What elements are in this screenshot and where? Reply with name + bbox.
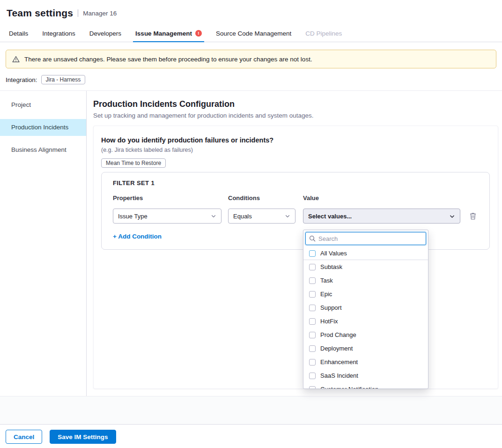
option-label: Support: [320, 304, 342, 311]
page-title: Team settings: [7, 7, 73, 19]
conditions-header: Conditions: [228, 194, 295, 202]
search-icon: [309, 235, 316, 242]
value-dropdown-menu: All Values Subtask Task Epic Support Hot…: [303, 230, 428, 389]
delete-filter-row-button[interactable]: [470, 209, 476, 221]
option-checkbox[interactable]: [309, 345, 316, 352]
add-condition-button[interactable]: + Add Condition: [113, 233, 162, 240]
tab-integrations[interactable]: Integrations: [35, 25, 82, 42]
main-panel: Production Incidents Configuration Set u…: [87, 91, 502, 396]
value-header: Value: [303, 194, 460, 202]
team-settings-page: Team settings Manager 16 Details Integra…: [0, 0, 502, 448]
tab-details[interactable]: Details: [2, 25, 35, 42]
chevron-down-icon: [285, 213, 290, 219]
option-checkbox[interactable]: [309, 359, 316, 366]
option-checkbox[interactable]: [309, 277, 316, 284]
option-label: HotFix: [320, 318, 338, 325]
option-saas-incident[interactable]: SaaS Incident: [303, 369, 428, 382]
integration-chip: Jira - Harness: [41, 75, 86, 84]
banner-text: There are unsaved changes. Please save t…: [24, 56, 312, 63]
condition-select-value: Equals: [233, 213, 252, 220]
tab-source-code-management[interactable]: Source Code Management: [209, 25, 298, 42]
settings-sidebar: Project Production Incidents Business Al…: [0, 91, 87, 396]
option-deployment[interactable]: Deployment: [303, 342, 428, 355]
option-prod-change[interactable]: Prod Change: [303, 328, 428, 342]
section-subtitle: Set up tracking and management for produ…: [93, 112, 498, 119]
team-name: Manager 16: [83, 10, 117, 17]
properties-header: Properties: [113, 194, 221, 202]
option-epic[interactable]: Epic: [303, 287, 428, 301]
tab-developers[interactable]: Developers: [82, 25, 128, 42]
value-multiselect[interactable]: Select values...: [303, 209, 460, 224]
option-checkbox[interactable]: [309, 305, 316, 311]
option-subtask[interactable]: Subtask: [303, 260, 428, 274]
option-checkbox[interactable]: [309, 318, 316, 325]
footer-actions: Cancel Save IM Settings: [0, 424, 502, 448]
option-label: Deployment: [320, 345, 353, 352]
mttr-chip[interactable]: Mean Time to Restore: [101, 158, 166, 168]
unsaved-changes-banner: There are unsaved changes. Please save t…: [6, 50, 496, 68]
unsaved-changes-badge: !: [195, 30, 202, 37]
option-label: Prod Change: [320, 331, 356, 338]
option-support[interactable]: Support: [303, 301, 428, 314]
property-select-value: Issue Type: [118, 213, 148, 220]
filter-set-1: FILTER SET 1 Properties Conditions Value…: [101, 172, 490, 250]
question-hint: (e.g. Jira tickets labeled as failures): [101, 147, 490, 153]
title-divider: [78, 9, 78, 17]
option-label: Subtask: [320, 263, 342, 270]
tab-cd-pipelines: CD Pipelines: [298, 25, 349, 42]
sidebar-item-business-alignment[interactable]: Business Alignment: [0, 142, 86, 158]
chevron-down-icon: [211, 213, 216, 219]
filter-row: Issue Type Equals Select v: [113, 209, 478, 224]
value-placeholder: Select values...: [308, 213, 352, 220]
chevron-down-icon: [449, 213, 455, 219]
option-label: Task: [320, 277, 333, 284]
integration-label: Integration:: [6, 76, 37, 83]
sidebar-item-project[interactable]: Project: [0, 97, 86, 113]
dropdown-search: [305, 232, 426, 245]
condition-select[interactable]: Equals: [228, 209, 295, 224]
cancel-button[interactable]: Cancel: [6, 430, 42, 444]
all-values-checkbox[interactable]: [309, 250, 316, 257]
filter-column-headers: Properties Conditions Value: [113, 194, 478, 202]
option-label: Enhancement: [320, 358, 358, 366]
option-checkbox[interactable]: [309, 386, 316, 389]
tab-issue-management[interactable]: Issue Management !: [128, 25, 209, 42]
option-task[interactable]: Task: [303, 274, 428, 287]
warning-icon: [12, 56, 20, 63]
filter-set-title: FILTER SET 1: [113, 179, 478, 187]
option-hotfix[interactable]: HotFix: [303, 314, 428, 328]
integration-row: Integration: Jira - Harness: [6, 75, 496, 85]
option-all-values[interactable]: All Values: [303, 247, 428, 260]
option-enhancement[interactable]: Enhancement: [303, 355, 428, 369]
property-select[interactable]: Issue Type: [113, 209, 221, 224]
incidents-config-card: How do you identify production failures …: [93, 126, 498, 389]
question-title: How do you identify production failures …: [101, 136, 490, 144]
option-label: Epic: [320, 291, 332, 298]
tab-bar: Details Integrations Developers Issue Ma…: [0, 25, 502, 42]
option-label: SaaS Incident: [320, 372, 358, 379]
save-im-settings-button[interactable]: Save IM Settings: [50, 430, 116, 444]
option-checkbox[interactable]: [309, 373, 316, 379]
section-title: Production Incidents Configuration: [93, 99, 498, 109]
search-input[interactable]: [305, 232, 426, 245]
option-checkbox[interactable]: [309, 332, 316, 338]
option-label: All Values: [320, 250, 347, 257]
sidebar-item-production-incidents[interactable]: Production Incidents: [0, 119, 86, 136]
option-customer-notification[interactable]: Customer Notification: [303, 382, 428, 389]
tab-label: Issue Management: [135, 30, 192, 37]
page-header: Team settings Manager 16: [0, 0, 502, 25]
bottom-band: [0, 396, 502, 424]
option-label: Customer Notification: [320, 386, 378, 389]
option-checkbox[interactable]: [309, 264, 316, 270]
trash-icon: [470, 214, 476, 221]
option-checkbox[interactable]: [309, 291, 316, 298]
